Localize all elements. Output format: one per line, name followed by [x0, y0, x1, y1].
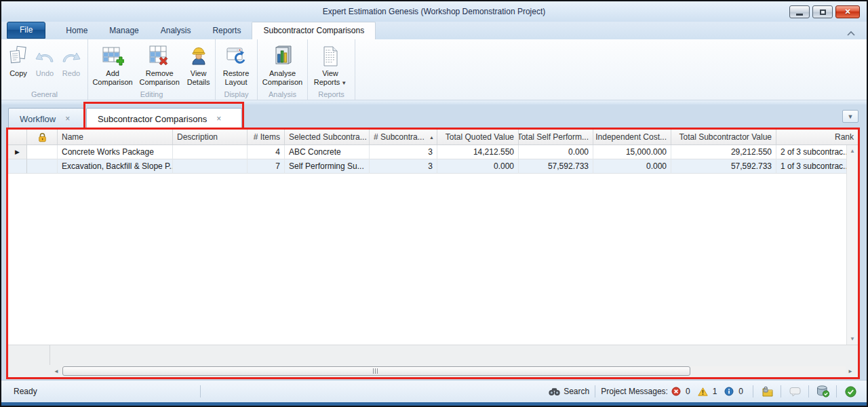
- ribbon-group-editing: Add Comparison Remove Comparison: [88, 39, 216, 100]
- column-header-total-self-performed[interactable]: Total Self Perform...: [519, 130, 593, 144]
- warning-count: 1: [713, 387, 717, 396]
- ribbon-tab-strip: File Home Manage Analysis Reports Subcon…: [1, 22, 867, 39]
- window-title: Expert Estimation Genesis (Workshop Demo…: [323, 7, 546, 16]
- project-messages[interactable]: Project Messages: 0 1 0: [601, 387, 747, 396]
- items-cell: 7: [248, 159, 285, 174]
- comments-button[interactable]: [787, 387, 803, 397]
- independent-cost-cell: 0.000: [593, 159, 671, 174]
- remove-comparison-button[interactable]: Remove Comparison: [135, 42, 184, 87]
- ribbon-group-general: Copy Undo Redo General: [1, 39, 88, 100]
- status-bar: Ready Search Project Messages: 0 1: [1, 380, 867, 406]
- lock-cell: [27, 159, 58, 174]
- window-controls: ✕: [789, 5, 860, 18]
- total-quoted-value-cell: 0.000: [437, 159, 519, 174]
- column-header-num-subcontractors[interactable]: # Subcontra... ▲: [370, 130, 437, 144]
- scroll-right-icon[interactable]: ►: [846, 368, 855, 374]
- title-bar: Expert Estimation Genesis (Workshop Demo…: [1, 1, 867, 22]
- analyse-comparison-button[interactable]: Analyse Comparison: [260, 42, 305, 87]
- group-label-analysis: Analysis: [258, 90, 307, 98]
- comparison-grid: Name Description # Items Selected Subcon…: [8, 130, 858, 377]
- comparison-grid-highlight: Name Description # Items Selected Subcon…: [6, 128, 860, 379]
- total-subcontractor-value-cell: 29,212.550: [671, 145, 776, 159]
- restore-layout-icon: [225, 44, 247, 69]
- analyse-comparison-icon: [272, 44, 294, 69]
- column-header-rank[interactable]: Rank: [776, 130, 858, 144]
- collapse-ribbon-button[interactable]: [846, 27, 857, 35]
- document-tab-workflow[interactable]: Workflow ×: [8, 108, 84, 129]
- column-header-selected-subcontractor[interactable]: Selected Subcontra...: [285, 130, 370, 144]
- maximize-button[interactable]: [812, 5, 833, 18]
- horizontal-scrollbar[interactable]: ◄ ►: [52, 366, 855, 376]
- minimize-icon: [796, 14, 803, 16]
- selected-subcontractor-cell: Self Performing Su...: [285, 159, 370, 174]
- ribbon-tab-analysis[interactable]: Analysis: [150, 22, 202, 39]
- ribbon-tab-home[interactable]: Home: [55, 22, 98, 39]
- copy-button[interactable]: Copy: [5, 42, 31, 78]
- view-details-button[interactable]: View Details: [184, 42, 213, 87]
- tab-list-dropdown-button[interactable]: ▼: [842, 110, 859, 123]
- column-header-independent-cost[interactable]: Independent Cost...: [593, 130, 671, 144]
- items-cell: 4: [248, 145, 285, 159]
- total-quoted-value-cell: 14,212.550: [437, 145, 519, 159]
- view-reports-icon: [321, 44, 339, 69]
- ribbon-tab-subcontractor-comparisons[interactable]: Subcontractor Comparisons: [252, 22, 376, 39]
- database-status-button[interactable]: [814, 385, 831, 398]
- chevron-up-icon: [846, 30, 856, 37]
- name-cell: Concrete Works Package: [58, 145, 173, 159]
- column-header-name[interactable]: Name: [58, 130, 173, 144]
- dropdown-arrow-icon: ▼: [341, 80, 347, 86]
- table-row[interactable]: ▶ Concrete Works Package 4 ABC Concrete …: [8, 145, 846, 159]
- ribbon-tab-reports[interactable]: Reports: [201, 22, 252, 39]
- error-count: 0: [686, 387, 690, 396]
- group-label-general: General: [1, 90, 87, 98]
- scroll-up-icon[interactable]: ▲: [850, 148, 855, 154]
- independent-cost-cell: 15,000.000: [593, 145, 671, 159]
- add-comparison-icon: [101, 44, 124, 69]
- undo-icon: [34, 44, 56, 69]
- scrollbar-thumb[interactable]: [62, 366, 690, 376]
- ribbon-group-reports: View Reports▼ Reports: [308, 39, 355, 100]
- database-check-icon: [816, 385, 829, 398]
- info-icon: [724, 387, 734, 396]
- lock-column-header[interactable]: [27, 130, 58, 144]
- restore-layout-button[interactable]: Restore Layout: [218, 42, 254, 87]
- column-header-total-subcontractor-value[interactable]: Total Subcontractor Value: [671, 130, 776, 144]
- column-header-total-quoted-value[interactable]: Total Quoted Value: [437, 130, 519, 144]
- document-tab-subcontractor-comparisons[interactable]: Subcontractor Comparisons ×: [86, 108, 242, 129]
- total-self-performed-cell: 57,592.733: [519, 159, 593, 174]
- ribbon: Copy Undo Redo General: [1, 39, 867, 100]
- project-ok-indicator[interactable]: [842, 386, 859, 398]
- app-window: Expert Estimation Genesis (Workshop Demo…: [0, 0, 868, 407]
- remove-comparison-icon: [148, 44, 171, 69]
- add-comparison-button[interactable]: Add Comparison: [90, 42, 135, 87]
- grid-footer: [8, 345, 858, 365]
- search-button[interactable]: Search: [549, 387, 589, 396]
- description-cell: [173, 145, 248, 159]
- lock-project-button[interactable]: [759, 386, 775, 397]
- total-subcontractor-value-cell: 57,592.733: [671, 159, 776, 174]
- vertical-scrollbar[interactable]: ▲ ▼: [846, 145, 858, 345]
- info-count: 0: [738, 387, 743, 396]
- ribbon-tab-file[interactable]: File: [7, 22, 45, 39]
- row-indicator-header: [8, 130, 27, 144]
- undo-button[interactable]: Undo: [31, 42, 58, 78]
- minimize-button[interactable]: [789, 5, 810, 18]
- error-icon: [671, 387, 681, 396]
- close-tab-icon[interactable]: ×: [65, 114, 70, 123]
- view-reports-button[interactable]: View Reports▼: [310, 42, 351, 88]
- close-button[interactable]: ✕: [835, 5, 860, 18]
- column-header-items[interactable]: # Items: [248, 130, 285, 144]
- close-tab-icon[interactable]: ×: [216, 114, 221, 123]
- column-header-description[interactable]: Description: [173, 130, 248, 144]
- lock-cell: [27, 145, 58, 159]
- scroll-left-icon[interactable]: ◄: [52, 368, 61, 374]
- check-circle-icon: [845, 386, 856, 398]
- warning-icon: [698, 387, 708, 396]
- table-row[interactable]: Excavation, Backfill & Slope P... 7 Self…: [8, 159, 846, 174]
- rank-cell: 2 of 3 subcontrac...: [776, 145, 846, 159]
- scroll-down-icon[interactable]: ▼: [850, 336, 855, 342]
- document-tab-bar: Workflow × Subcontractor Comparisons × ▼: [1, 104, 867, 129]
- ribbon-tab-manage[interactable]: Manage: [98, 22, 149, 39]
- redo-button[interactable]: Redo: [58, 42, 84, 78]
- view-details-icon: [190, 44, 208, 69]
